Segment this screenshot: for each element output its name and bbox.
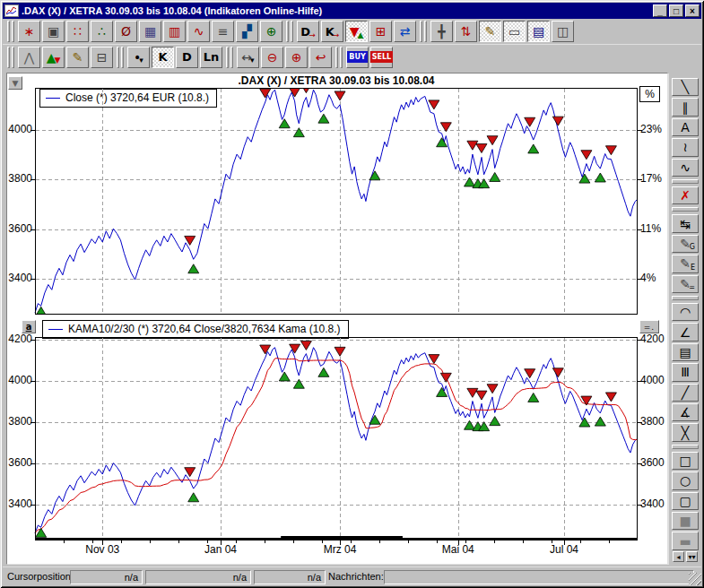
app-window: .DAX (X) / XETRA 30.09.03 bis 10.08.04 (… xyxy=(0,0,704,588)
scatter-button[interactable]: ∷ xyxy=(66,21,89,42)
time-zones-tool[interactable]: Ⅲ xyxy=(672,363,699,381)
line-chart-button[interactable]: ∿ xyxy=(187,21,210,42)
kama-legend: KAMA10/2/30 (*) 3720,64 Close/3820,7634 … xyxy=(42,320,349,339)
trendline-tool[interactable]: ╲ xyxy=(672,78,699,96)
line-style-button[interactable]: •▾ xyxy=(127,47,150,68)
minimize-button[interactable]: _ xyxy=(653,4,667,17)
add-chart-button[interactable]: ⊕ xyxy=(260,21,282,42)
new-chart-button[interactable]: ∗ xyxy=(18,21,40,42)
compress-view-button-icon: ⋀ xyxy=(24,51,34,64)
diagonal-tool[interactable]: ╱ xyxy=(672,384,699,402)
plot-border xyxy=(36,338,638,539)
portfolio-button[interactable]: ∴ xyxy=(91,21,113,42)
chart-properties-button[interactable]: ⊟ xyxy=(91,47,113,68)
drawing-toolbar: ╲∥A≀∿✗↹✎G✎E✎=◠∠▤Ⅲ╱∡╳□○▢■▬◂▾▾ xyxy=(668,74,701,565)
resize-grip[interactable] xyxy=(689,573,701,585)
squiggle-tool-icon: ≀ xyxy=(682,141,687,153)
toolbar-scroll-controls: ◂▾▾ xyxy=(673,551,698,562)
weekly-period-button[interactable]: K→ xyxy=(321,21,343,42)
rounded-rect-tool[interactable]: ▢ xyxy=(672,492,699,510)
crosshair-button[interactable]: ╋ xyxy=(430,21,453,42)
buy-marker xyxy=(528,393,539,402)
fibonacci-scribble-tool[interactable]: ✎G xyxy=(672,235,699,253)
zoom-reset-button-icon: ↩ xyxy=(316,51,326,64)
sell-marker xyxy=(290,344,300,353)
daily-period-button[interactable]: D→ xyxy=(297,21,319,42)
pane-properties-button[interactable]: =. xyxy=(639,320,659,333)
candlestick-button[interactable]: K xyxy=(152,47,174,68)
maximize-button[interactable]: □ xyxy=(669,4,683,17)
zoom-in-button[interactable]: ⊕ xyxy=(285,47,308,68)
zoom-out-button[interactable]: ⊖ xyxy=(261,47,283,68)
compress-view-button[interactable]: ⋀ xyxy=(18,47,40,68)
price-pane-plot[interactable] xyxy=(30,88,643,315)
zoom-range-button-subicon: ▾ xyxy=(250,56,255,65)
toolbar-separator xyxy=(672,207,699,212)
copy-chart-button[interactable]: ▣ xyxy=(42,21,65,42)
histogram-button[interactable]: ▥ xyxy=(163,21,186,42)
objects-list-button[interactable]: ▤ xyxy=(527,21,550,42)
arcs-tool[interactable]: ◠ xyxy=(672,303,699,321)
signal-grid-button[interactable]: ⊞ xyxy=(369,21,392,42)
new-chart-button-icon: ∗ xyxy=(24,25,35,38)
buy-marker xyxy=(293,379,304,388)
y-axis-label-left: 3600 xyxy=(7,222,32,235)
panel-layout-button[interactable]: ◫ xyxy=(552,21,574,42)
compare-button[interactable]: ⇄ xyxy=(394,21,416,42)
kama-pane-plot[interactable] xyxy=(30,337,643,547)
wave-tool[interactable]: ∿ xyxy=(672,159,699,177)
gann-fan-tool[interactable]: ∡ xyxy=(672,403,699,421)
sell-marker xyxy=(440,373,451,382)
filled-rect-tool[interactable]: ■ xyxy=(672,512,699,530)
auto-trendline-button-icon: ✎ xyxy=(73,51,83,64)
zoom-range-button[interactable]: ↔▾ xyxy=(237,47,259,68)
report-button[interactable]: ≡ xyxy=(212,21,234,42)
close-button[interactable]: × xyxy=(685,4,700,17)
buy-marker xyxy=(579,174,590,183)
parallel-lines-tool[interactable]: ∥ xyxy=(672,98,699,116)
toolbar-separator xyxy=(286,21,293,42)
filled-rounded-tool[interactable]: ▬ xyxy=(672,532,699,549)
show-signals-button-subicon: ▼ xyxy=(54,56,60,65)
annotation-button[interactable]: a xyxy=(22,320,36,333)
sell-marker xyxy=(440,123,451,132)
collapse-left-button[interactable]: ◂ xyxy=(673,551,684,562)
buy-marker xyxy=(36,307,47,315)
pitchfork-tool[interactable]: ∠ xyxy=(672,323,699,341)
ellipse-tool[interactable]: ○ xyxy=(672,471,699,489)
draw-mode-button[interactable]: ✎ xyxy=(479,21,501,42)
x-axis-label: Jan 04 xyxy=(192,543,249,556)
text-tool[interactable]: A xyxy=(672,118,699,136)
cascade-button[interactable]: ▞ xyxy=(236,21,258,42)
y-axis-label-left: 3600 xyxy=(7,456,32,469)
measure-scribble-tool[interactable]: ✎= xyxy=(672,275,699,293)
indicator-arrows-button[interactable]: ⇅ xyxy=(455,21,477,42)
collapse-pane-button[interactable]: ▼ xyxy=(8,76,22,90)
y-axis-label-left: 3400 xyxy=(7,497,32,510)
y-axis-label-left: 3400 xyxy=(7,272,32,284)
rounded-rect-tool-icon: ▢ xyxy=(679,495,691,507)
regression-tool[interactable]: ↹ xyxy=(672,214,699,232)
squiggle-tool[interactable]: ≀ xyxy=(672,138,699,156)
buy-button[interactable]: BUY xyxy=(346,47,369,68)
sell-marker xyxy=(476,391,487,400)
sell-marker xyxy=(290,88,300,97)
pattern-fill-tool[interactable]: ╳ xyxy=(672,423,699,441)
retracement-tool[interactable]: ▤ xyxy=(672,343,699,361)
zoom-reset-button[interactable]: ↩ xyxy=(309,47,332,68)
signals-button[interactable]: ▼▲ xyxy=(345,21,368,42)
notes-button[interactable]: ▭ xyxy=(503,21,526,42)
rectangle-tool[interactable]: □ xyxy=(672,452,699,470)
strike-button[interactable]: Ø xyxy=(115,21,137,42)
quote-table-button[interactable]: ▦ xyxy=(139,21,161,42)
auto-trendline-button[interactable]: ✎ xyxy=(66,47,89,68)
sell-marker xyxy=(525,369,535,378)
log-scale-button[interactable]: Ln xyxy=(200,47,222,68)
buy-marker xyxy=(318,368,329,376)
elliott-scribble-tool[interactable]: ✎E xyxy=(672,255,699,272)
sell-button[interactable]: SELL xyxy=(370,47,393,68)
show-signals-button[interactable]: ▲▼ xyxy=(42,47,65,68)
delete-tool[interactable]: ✗ xyxy=(672,186,699,204)
bar-chart-button[interactable]: D xyxy=(176,47,198,68)
expand-tools-button[interactable]: ▾▾ xyxy=(686,551,698,562)
